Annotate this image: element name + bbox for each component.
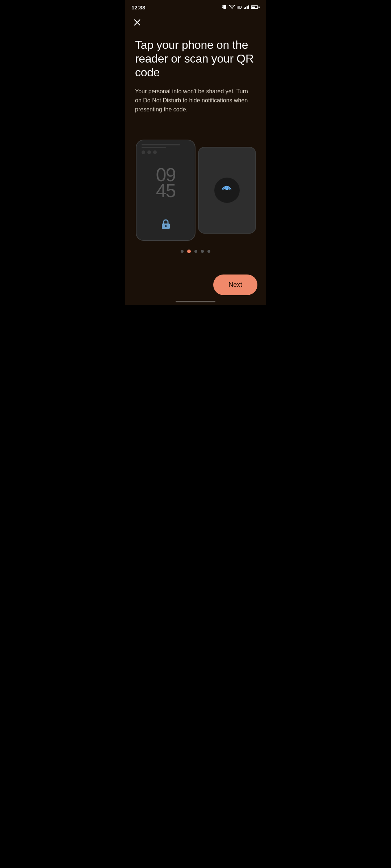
svg-rect-4 bbox=[227, 7, 227, 8]
phone-dot-2 bbox=[147, 150, 151, 154]
phone-back bbox=[198, 147, 256, 234]
phone-dot-1 bbox=[142, 150, 145, 154]
nfc-waves-icon bbox=[220, 183, 234, 197]
content-area: Tap your phone on the reader or scan you… bbox=[125, 32, 266, 114]
bottom-area: Next bbox=[213, 275, 257, 295]
dot-2-active[interactable] bbox=[187, 250, 191, 253]
close-icon bbox=[133, 18, 141, 26]
wifi-icon bbox=[229, 5, 235, 10]
svg-rect-3 bbox=[227, 5, 227, 7]
dot-3[interactable] bbox=[194, 250, 197, 253]
dot-5[interactable] bbox=[207, 250, 210, 253]
svg-rect-1 bbox=[222, 5, 223, 7]
dot-4[interactable] bbox=[201, 250, 204, 253]
next-button[interactable]: Next bbox=[213, 275, 257, 295]
svg-point-8 bbox=[226, 188, 228, 190]
home-indicator bbox=[176, 301, 215, 302]
signal-icon bbox=[244, 5, 249, 9]
nfc-icon bbox=[214, 178, 240, 203]
vibrate-icon bbox=[222, 4, 227, 11]
svg-point-5 bbox=[231, 8, 232, 9]
phone-front: 09 45 bbox=[136, 140, 196, 241]
illustration-area: 09 45 bbox=[125, 125, 266, 241]
svg-rect-2 bbox=[222, 7, 223, 8]
hd-icon: HD bbox=[237, 5, 242, 9]
status-time: 12:33 bbox=[131, 4, 145, 10]
dot-1[interactable] bbox=[181, 250, 184, 253]
phone-time-display: 09 45 bbox=[156, 149, 176, 216]
phone-header-line-short bbox=[142, 147, 166, 148]
svg-point-10 bbox=[165, 225, 167, 227]
phone-lock-icon bbox=[159, 216, 173, 232]
status-icons: HD bbox=[222, 4, 260, 11]
status-bar: 12:33 HD bbox=[125, 0, 266, 13]
battery-icon bbox=[251, 5, 260, 9]
subtitle-text: Your personal info won't be shared yet. … bbox=[135, 87, 256, 114]
svg-rect-0 bbox=[223, 5, 226, 9]
phone-time-min: 45 bbox=[156, 181, 176, 200]
close-button[interactable] bbox=[130, 15, 144, 30]
dots-indicator bbox=[125, 250, 266, 257]
main-title: Tap your phone on the reader or scan you… bbox=[135, 38, 256, 79]
phone-header-line-long bbox=[142, 144, 180, 145]
